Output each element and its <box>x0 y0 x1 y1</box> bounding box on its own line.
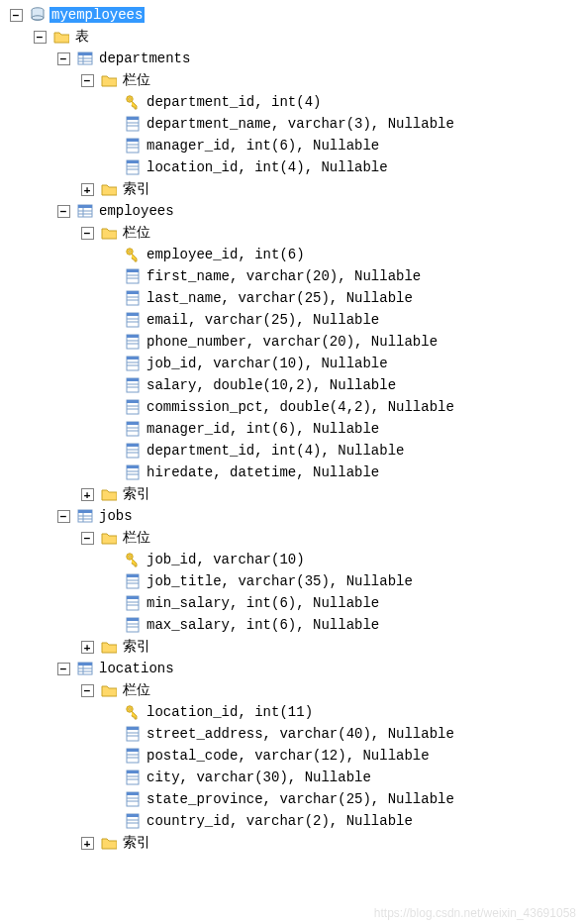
column-icon <box>123 159 143 175</box>
column-label: department_id, int(4) <box>145 94 323 110</box>
folder-icon <box>99 72 119 88</box>
expand-toggle[interactable]: + <box>75 183 99 196</box>
tree-node-column[interactable]: first_name, varchar(20), Nullable <box>4 265 584 287</box>
tree-node-column[interactable]: street_address, varchar(40), Nullable <box>4 723 584 745</box>
folder-icon <box>99 486 119 502</box>
key-icon <box>123 94 143 110</box>
collapse-toggle[interactable]: − <box>51 510 75 523</box>
column-label: min_salary, int(6), Nullable <box>145 595 381 611</box>
tree-node-column[interactable]: location_id, int(11) <box>4 701 584 723</box>
collapse-toggle[interactable]: − <box>51 663 75 675</box>
column-label: employee_id, int(6) <box>145 247 307 262</box>
column-label: department_id, int(4), Nullable <box>145 443 406 459</box>
folder-icon <box>99 682 119 698</box>
tree-node-column[interactable]: location_id, int(4), Nullable <box>4 156 584 178</box>
tree-node-columns-folder[interactable]: −栏位 <box>4 679 584 701</box>
column-label: location_id, int(4), Nullable <box>145 159 390 175</box>
tree-node-indexes-folder[interactable]: +索引 <box>4 483 584 505</box>
key-icon <box>123 552 143 567</box>
tree-node-column[interactable]: job_id, varchar(10) <box>4 549 584 570</box>
tree-node-column[interactable]: commission_pct, double(4,2), Nullable <box>4 396 584 418</box>
tree-node-column[interactable]: state_province, varchar(25), Nullable <box>4 788 584 810</box>
collapse-toggle[interactable]: − <box>4 9 28 22</box>
columns-folder-label: 栏位 <box>121 681 152 699</box>
column-icon <box>123 356 143 371</box>
tree-node-column[interactable]: hiredate, datetime, Nullable <box>4 462 584 483</box>
expand-toggle[interactable]: + <box>75 641 99 654</box>
indexes-folder-label: 索引 <box>121 834 152 852</box>
tree-node-columns-folder[interactable]: −栏位 <box>4 222 584 244</box>
table-icon <box>75 508 95 524</box>
tree-node-indexes-folder[interactable]: +索引 <box>4 636 584 658</box>
key-icon <box>123 247 143 262</box>
tree-node-column[interactable]: department_name, varchar(3), Nullable <box>4 113 584 135</box>
column-icon <box>123 421 143 437</box>
tree-node-indexes-folder[interactable]: +索引 <box>4 178 584 200</box>
tree-node-column[interactable]: country_id, varchar(2), Nullable <box>4 810 584 832</box>
tree-node-column[interactable]: salary, double(10,2), Nullable <box>4 374 584 396</box>
tree-node-column[interactable]: department_id, int(4), Nullable <box>4 440 584 462</box>
collapse-toggle[interactable]: − <box>75 684 99 697</box>
columns-folder-label: 栏位 <box>121 224 152 242</box>
tree-node-columns-folder[interactable]: −栏位 <box>4 527 584 549</box>
column-icon <box>123 334 143 350</box>
folder-icon <box>99 181 119 197</box>
column-icon <box>123 399 143 415</box>
collapse-toggle[interactable]: − <box>51 52 75 65</box>
tree-node-database[interactable]: −myemployees <box>4 4 584 26</box>
column-label: max_salary, int(6), Nullable <box>145 617 381 633</box>
tree-node-column[interactable]: department_id, int(4) <box>4 91 584 113</box>
tree-node-column[interactable]: job_id, varchar(10), Nullable <box>4 353 584 374</box>
tree-node-table[interactable]: −departments <box>4 48 584 69</box>
column-label: state_province, varchar(25), Nullable <box>145 791 456 807</box>
tree-node-tables-folder[interactable]: −表 <box>4 26 584 48</box>
folder-icon <box>99 530 119 546</box>
expand-toggle[interactable]: + <box>75 488 99 501</box>
tree-node-table[interactable]: −employees <box>4 200 584 222</box>
column-icon <box>123 138 143 154</box>
column-icon <box>123 813 143 829</box>
collapse-toggle[interactable]: − <box>75 74 99 87</box>
indexes-folder-label: 索引 <box>121 638 152 656</box>
tree-node-table[interactable]: −jobs <box>4 505 584 527</box>
columns-folder-label: 栏位 <box>121 71 152 89</box>
database-label: myemployees <box>49 7 145 23</box>
column-label: job_id, varchar(10), Nullable <box>145 356 390 371</box>
tree-node-column[interactable]: last_name, varchar(25), Nullable <box>4 287 584 309</box>
folder-icon <box>51 29 71 45</box>
expand-toggle[interactable]: + <box>75 837 99 850</box>
column-icon <box>123 726 143 742</box>
tree-node-column[interactable]: email, varchar(25), Nullable <box>4 309 584 331</box>
column-icon <box>123 290 143 306</box>
tree-node-columns-folder[interactable]: −栏位 <box>4 69 584 91</box>
collapse-toggle[interactable]: − <box>75 532 99 545</box>
tree-node-table[interactable]: −locations <box>4 658 584 679</box>
column-label: country_id, varchar(2), Nullable <box>145 813 415 829</box>
column-icon <box>123 748 143 764</box>
column-icon <box>123 595 143 611</box>
column-icon <box>123 377 143 393</box>
tree-node-column[interactable]: manager_id, int(6), Nullable <box>4 135 584 156</box>
tree-node-column[interactable]: job_title, varchar(35), Nullable <box>4 570 584 592</box>
column-label: first_name, varchar(20), Nullable <box>145 268 423 284</box>
column-icon <box>123 791 143 807</box>
tree-node-column[interactable]: max_salary, int(6), Nullable <box>4 614 584 636</box>
collapse-toggle[interactable]: − <box>28 31 51 44</box>
tree-node-column[interactable]: employee_id, int(6) <box>4 244 584 265</box>
tree-node-column[interactable]: city, varchar(30), Nullable <box>4 767 584 788</box>
table-label: jobs <box>97 508 135 524</box>
indexes-folder-label: 索引 <box>121 485 152 503</box>
tree-node-column[interactable]: phone_number, varchar(20), Nullable <box>4 331 584 353</box>
tree-node-column[interactable]: manager_id, int(6), Nullable <box>4 418 584 440</box>
column-label: hiredate, datetime, Nullable <box>145 464 381 480</box>
tree-node-column[interactable]: min_salary, int(6), Nullable <box>4 592 584 614</box>
database-tree: −myemployees−表−departments−栏位department_… <box>4 4 584 854</box>
table-label: employees <box>97 203 176 219</box>
column-icon <box>123 116 143 132</box>
tree-node-column[interactable]: postal_code, varchar(12), Nullable <box>4 745 584 767</box>
tree-node-indexes-folder[interactable]: +索引 <box>4 832 584 854</box>
column-icon <box>123 573 143 589</box>
collapse-toggle[interactable]: − <box>51 205 75 218</box>
collapse-toggle[interactable]: − <box>75 227 99 240</box>
column-label: last_name, varchar(25), Nullable <box>145 290 415 306</box>
